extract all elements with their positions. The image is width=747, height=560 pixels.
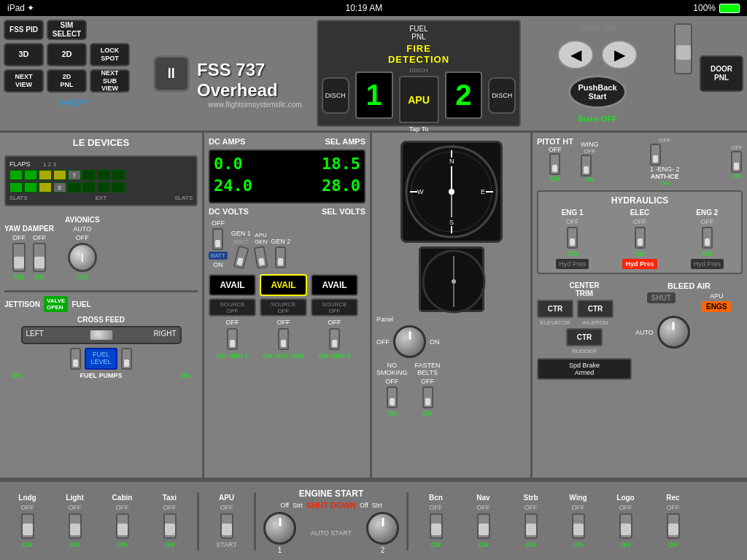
- bcn-on: ON: [431, 541, 441, 548]
- pushback-start-button[interactable]: PushBack Start: [568, 75, 627, 109]
- door-pnl-button[interactable]: DOOR PNL: [700, 55, 743, 92]
- hyd-eng2-toggle[interactable]: [702, 227, 713, 249]
- anti-ice-section: WING OFF ON OFF 1 -ENG- 2 ANTI-ICE ON: [581, 137, 743, 187]
- help-link[interactable]: ?HELP?: [58, 98, 88, 107]
- engine-2-knob[interactable]: [366, 512, 399, 545]
- avionics-knob[interactable]: [68, 243, 97, 272]
- eng2-anti-toggle[interactable]: [731, 151, 742, 173]
- ctr-aileron-btn[interactable]: CTR: [577, 300, 614, 318]
- eng-off-1: Off: [280, 502, 289, 509]
- cabin-toggle[interactable]: [116, 513, 129, 539]
- avionics-on: ON: [77, 273, 88, 281]
- wing-on: ON: [573, 541, 584, 548]
- logo-toggle[interactable]: [619, 513, 632, 539]
- light-toggle[interactable]: [69, 513, 82, 539]
- engine-start-title: ENGINE START: [299, 489, 363, 499]
- wing-toggle[interactable]: [572, 513, 585, 539]
- apu-gen-label: APU GEN: [255, 232, 267, 245]
- yaw-toggle-2[interactable]: [33, 243, 46, 272]
- panel-knob[interactable]: [393, 325, 426, 358]
- disch1-button[interactable]: DISCH: [322, 77, 349, 114]
- 2d-pnl-button[interactable]: 2D PNL: [47, 69, 87, 93]
- next-sub-view-button[interactable]: NEXT SUB VIEW: [90, 69, 130, 93]
- lock-spot-button[interactable]: LOCK SPOT: [90, 43, 130, 66]
- rec-toggle[interactable]: [667, 513, 680, 539]
- brake-slider[interactable]: [674, 23, 692, 74]
- wing-toggle[interactable]: [581, 155, 592, 176]
- fuel-pump-handle-2: [124, 359, 129, 367]
- source-off-1[interactable]: SOURCE OFF: [209, 298, 256, 316]
- panel-on-label: ON: [430, 338, 440, 346]
- gen2-toggle[interactable]: [275, 246, 286, 268]
- anti-off-1: OFF: [581, 148, 599, 155]
- gen2-label: GEN 2: [271, 238, 290, 245]
- eng-off-2: Off: [360, 502, 368, 509]
- yaw-toggle-1[interactable]: [12, 243, 26, 272]
- pause-button[interactable]: ⏸: [153, 55, 190, 92]
- hyd-eng1-label: ENG 1: [562, 209, 584, 217]
- aileron-label: AILERON: [577, 319, 614, 326]
- gen1-toggle[interactable]: [233, 246, 249, 270]
- fss-pid-button[interactable]: FSS PID: [4, 20, 44, 40]
- door-pnl-area: DOOR PNL: [696, 16, 747, 131]
- apu-toggle[interactable]: [220, 513, 233, 539]
- no-smoking-toggle[interactable]: [387, 386, 398, 408]
- left-arrow-button[interactable]: ◀: [557, 40, 594, 69]
- next-view-button[interactable]: NEXT VIEW: [4, 69, 44, 93]
- flap-transit-cell: E: [53, 182, 66, 192]
- engine-1-group: 1: [263, 512, 296, 554]
- hyd-eng1-toggle[interactable]: [567, 227, 578, 249]
- sim-select-button[interactable]: SIM SELECT: [47, 20, 87, 40]
- bleed-shut-group: SHUT: [647, 292, 676, 312]
- 3d-button[interactable]: 3D: [4, 43, 44, 66]
- fuel-label: FUEL: [71, 300, 90, 308]
- no-smoking-group: NO SMOKING OFF ON: [376, 362, 408, 417]
- engine-2-group: 2: [366, 512, 399, 554]
- off-label: OFF: [212, 219, 225, 227]
- strb-toggle[interactable]: [525, 513, 538, 539]
- pitot-toggle[interactable]: [549, 153, 560, 175]
- source-off-2[interactable]: SOURCE OFF: [260, 298, 307, 316]
- small-gauge: [419, 246, 484, 312]
- ctr-elevator-btn[interactable]: CTR: [537, 300, 573, 318]
- fasten-belts-handle: [425, 398, 430, 405]
- 2d-button[interactable]: 2D: [47, 43, 87, 66]
- lndg-toggle[interactable]: [21, 513, 34, 539]
- avail-btn-2[interactable]: AVAIL: [260, 274, 307, 296]
- taxi-on: ON: [165, 541, 175, 548]
- rec-control: Rec OFF ON: [653, 494, 693, 548]
- gen1-bottom-toggle[interactable]: [227, 328, 238, 350]
- fuel-pump-toggle-2[interactable]: [121, 348, 132, 370]
- hyd-pres-1: Hyd Pres: [556, 259, 589, 269]
- flap-cell-yellow: [39, 182, 52, 192]
- yaw-switch-2: OFF ON: [33, 234, 46, 281]
- right-panel: PITOT HT OFF ON WING OFF ON: [533, 133, 747, 480]
- taxi-toggle[interactable]: [163, 513, 177, 539]
- fuel-pump-toggle-1[interactable]: [70, 348, 81, 370]
- source-off-3[interactable]: SOURCE OFF: [311, 298, 358, 316]
- nav-off: OFF: [477, 504, 490, 511]
- slats-left-label: SLATS: [9, 195, 28, 201]
- fasten-belts-toggle[interactable]: [422, 386, 433, 408]
- hyd-elec-toggle[interactable]: [635, 227, 646, 249]
- apu-gen-switch-group: APU GEN: [255, 232, 267, 268]
- ctr-rudder-btn[interactable]: CTR: [566, 328, 603, 346]
- avail-btn-1[interactable]: AVAIL: [209, 274, 256, 296]
- flap-cell: [24, 182, 37, 192]
- eng1-anti-toggle[interactable]: [650, 144, 661, 166]
- avail-btn-3[interactable]: AVAIL: [311, 274, 358, 296]
- crossfeed-slider[interactable]: [88, 329, 114, 341]
- nav-toggle[interactable]: [477, 513, 490, 539]
- pitot-handle: [552, 165, 557, 172]
- apu-gen-bottom-toggle[interactable]: [278, 328, 289, 350]
- disch2-button[interactable]: DISCH: [488, 77, 516, 114]
- bleed-air-knob[interactable]: [657, 316, 690, 349]
- gen2-bottom-toggle[interactable]: [329, 328, 340, 350]
- apu-gen-toggle[interactable]: [254, 246, 268, 269]
- bleed-apu-group: APU ENGS: [702, 292, 731, 312]
- batt-toggle[interactable]: [212, 228, 223, 250]
- engine-1-knob[interactable]: [263, 512, 296, 545]
- right-arrow-button[interactable]: ▶: [601, 40, 638, 69]
- bcn-toggle[interactable]: [430, 513, 443, 539]
- valve-open-indicator[interactable]: VALVE OPEN: [44, 296, 68, 312]
